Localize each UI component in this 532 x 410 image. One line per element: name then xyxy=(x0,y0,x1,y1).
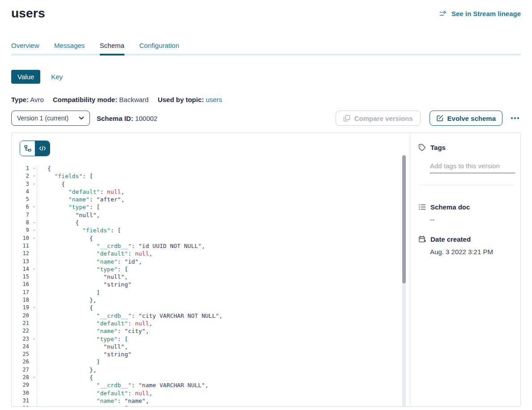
code-line-text: "null", xyxy=(37,343,128,350)
schema-sidebar: Tags Schema doc -- xyxy=(410,133,520,406)
line-number: 14▾ xyxy=(12,265,37,273)
tree-view-button[interactable] xyxy=(20,141,35,156)
schema-doc-title: Schema doc xyxy=(430,203,470,211)
code-line-text: "default": null, xyxy=(37,320,153,327)
code-line: 18 }, xyxy=(12,296,410,304)
fold-toggle-icon[interactable]: ▾ xyxy=(33,180,35,188)
schema-id-label: Schema ID: xyxy=(97,115,133,122)
fold-toggle-icon[interactable]: ▾ xyxy=(33,203,35,211)
schema-page: users See in Stream lineage Overview Mes… xyxy=(0,0,532,407)
schema-code-section: 1▾{2▾ "fields": [3▾ {4 "default": null,5… xyxy=(12,133,410,406)
key-tab-button[interactable]: Key xyxy=(51,73,63,81)
line-number: 9▾ xyxy=(12,226,37,234)
add-tags-input[interactable] xyxy=(430,161,515,173)
fold-toggle-icon[interactable]: ▾ xyxy=(33,226,35,234)
code-line-text: "name": "city", xyxy=(37,327,149,335)
ellipsis-icon xyxy=(511,117,513,119)
evolve-schema-button[interactable]: Evolve schema xyxy=(430,111,502,126)
code-line: 31 "name": "name", xyxy=(12,397,410,405)
schema-id-value: 100002 xyxy=(135,115,157,122)
tag-icon xyxy=(418,144,426,151)
code-line-text: "null", xyxy=(37,273,128,281)
version-controls-row: Version 1 (current) Schema ID: 100002 Co… xyxy=(11,111,521,126)
compatibility-label: Compatibility mode: xyxy=(53,96,117,103)
topic-link[interactable]: users xyxy=(206,96,222,103)
code-editor: 1▾{2▾ "fields": [3▾ {4 "default": null,5… xyxy=(12,165,410,407)
tree-icon xyxy=(24,145,31,152)
line-number: 11 xyxy=(12,242,37,250)
compare-versions-button[interactable]: Compare versions xyxy=(336,111,421,126)
code-line-text: "default": null, xyxy=(37,250,153,257)
code-view-button[interactable] xyxy=(35,141,50,156)
line-number: 8▾ xyxy=(12,219,37,226)
code-icon xyxy=(39,145,46,151)
fold-toggle-icon[interactable]: ▾ xyxy=(33,335,35,343)
tags-section-header: Tags xyxy=(418,144,514,151)
code-line-text: "type": [ xyxy=(37,203,100,211)
code-line: 16 "string" xyxy=(12,281,410,288)
line-number: 21 xyxy=(12,320,37,327)
schema-panel: 1▾{2▾ "fields": [3▾ {4 "default": null,5… xyxy=(11,132,521,407)
code-toolbar xyxy=(12,133,410,156)
code-line-text: "name": "id", xyxy=(37,258,142,265)
line-number: 24 xyxy=(12,343,37,350)
code-line: 32▾ "type": [ xyxy=(12,405,410,407)
schema-doc-value: -- xyxy=(430,216,514,223)
tags-title: Tags xyxy=(430,144,446,151)
code-line-text: ] xyxy=(37,289,100,296)
code-line-text: "__crdb__": "name VARCHAR NULL", xyxy=(37,381,209,389)
fold-toggle-icon[interactable]: ▾ xyxy=(33,405,35,407)
type-label: Type: xyxy=(11,96,29,103)
code-line: 30 "default": null, xyxy=(12,389,410,397)
code-line-text: "__crdb__": "city VARCHAR NOT NULL", xyxy=(37,312,222,320)
code-line: 22 "name": "city", xyxy=(12,327,410,335)
code-line: 4 "default": null, xyxy=(12,188,410,196)
value-tab-button[interactable]: Value xyxy=(11,70,40,84)
stream-lineage-link[interactable]: See in Stream lineage xyxy=(439,10,521,17)
line-number: 7 xyxy=(12,211,37,219)
code-line-text: "__crdb__": "id UUID NOT NULL", xyxy=(37,242,205,250)
used-by-topic-label: Used by topic: xyxy=(157,96,204,103)
code-line-text: "fields": [ xyxy=(37,226,121,234)
more-actions-button[interactable] xyxy=(509,115,521,121)
fold-toggle-icon[interactable]: ▾ xyxy=(33,219,35,226)
line-number: 10▾ xyxy=(12,235,37,242)
code-line-text: { xyxy=(37,219,79,226)
code-line: 3▾ { xyxy=(12,180,410,188)
code-line: 25 "string" xyxy=(12,350,410,358)
code-line: 19▾ { xyxy=(12,304,410,312)
code-line: 24 "null", xyxy=(12,343,410,350)
fold-toggle-icon[interactable]: ▾ xyxy=(33,374,35,381)
stream-lineage-icon xyxy=(439,11,448,17)
fold-toggle-icon[interactable]: ▾ xyxy=(33,165,35,172)
code-line: 7 "null", xyxy=(12,211,410,219)
line-number: 32▾ xyxy=(12,405,37,407)
code-line-text: "string" xyxy=(37,350,132,358)
code-line: 10▾ { xyxy=(12,235,410,242)
edit-box-icon xyxy=(436,115,443,122)
scrollbar-thumb[interactable] xyxy=(402,155,406,283)
evolve-schema-label: Evolve schema xyxy=(447,115,496,122)
view-mode-toggle xyxy=(20,141,50,156)
code-line-text: { xyxy=(37,165,51,172)
line-number: 17 xyxy=(12,289,37,296)
fold-toggle-icon[interactable]: ▾ xyxy=(33,172,35,180)
code-line: 8▾ { xyxy=(12,219,410,226)
code-line-text: "string" xyxy=(37,281,132,288)
code-line-text: { xyxy=(37,235,93,242)
line-number: 4 xyxy=(12,188,37,196)
code-line-text: "type": [ xyxy=(37,335,128,343)
scrollbar-track[interactable] xyxy=(402,155,406,406)
fold-toggle-icon[interactable]: ▾ xyxy=(33,235,35,242)
line-number: 31 xyxy=(12,397,37,405)
code-line-text: }, xyxy=(37,296,97,304)
code-line-text: { xyxy=(37,374,93,381)
line-number: 12 xyxy=(12,250,37,257)
fold-toggle-icon[interactable]: ▾ xyxy=(33,265,35,273)
tab-schema[interactable]: Schema xyxy=(100,42,124,56)
type-value: Avro xyxy=(30,96,44,103)
version-select[interactable]: Version 1 (current) xyxy=(11,111,90,126)
code-line: 6▾ "type": [ xyxy=(12,203,410,211)
fold-toggle-icon[interactable]: ▾ xyxy=(33,304,35,312)
line-number: 16 xyxy=(12,281,37,288)
